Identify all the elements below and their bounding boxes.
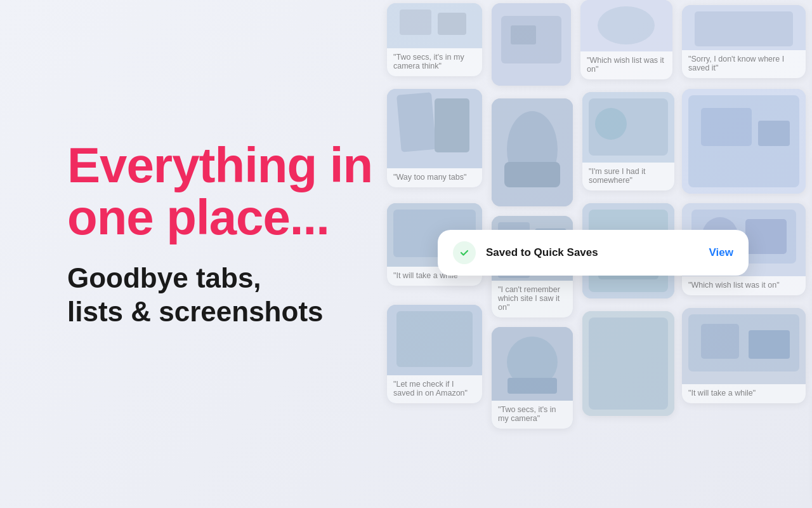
- svg-rect-41: [589, 318, 668, 410]
- svg-rect-21: [701, 108, 752, 146]
- hero-title-line1: Everything in: [67, 137, 372, 193]
- card-4: "Sorry, I don't know where I saved it": [682, 5, 806, 78]
- card-6: [492, 98, 573, 206]
- hero-title-line2: one place...: [67, 189, 329, 245]
- card-5: "Way too many tabs": [387, 89, 482, 187]
- svg-rect-1: [400, 10, 431, 35]
- toast-message: Saved to Quick Saves: [486, 246, 699, 259]
- card-16: "It will take a while": [682, 308, 806, 403]
- toast-notification: Saved to Quick Saves View: [438, 230, 749, 276]
- svg-rect-5: [511, 25, 536, 44]
- toast-view-button[interactable]: View: [709, 246, 733, 259]
- card-16-caption: "It will take a while": [682, 384, 806, 403]
- svg-rect-36: [396, 311, 473, 367]
- card-15: [582, 311, 674, 416]
- card-3: "Which wish list was it on": [580, 0, 672, 79]
- card-7-caption: "I'm sure I had it somewhere": [582, 163, 674, 190]
- card-1: "Two secs, it's in my camera think": [387, 3, 482, 76]
- card-5-caption: "Way too many tabs": [387, 168, 482, 187]
- svg-rect-2: [438, 13, 466, 35]
- check-icon: [458, 246, 471, 259]
- card-8: [682, 89, 806, 194]
- card-10-caption: "I can't remember which site I saw it on…: [492, 281, 573, 318]
- card-14-caption: "Two secs, it's in my camera": [492, 401, 573, 429]
- card-1-caption: "Two secs, it's in my camera think": [387, 48, 482, 76]
- hero-subtitle: Goodbye tabs, lists & screenshots: [67, 262, 372, 329]
- svg-point-7: [598, 6, 655, 44]
- svg-rect-12: [435, 98, 469, 152]
- card-2: [492, 3, 571, 86]
- hero-section: Everything in one place... Goodbye tabs,…: [67, 140, 372, 328]
- svg-rect-44: [701, 324, 739, 359]
- card-13-caption: "Let me check if I saved in on Amazon": [387, 375, 482, 403]
- svg-rect-11: [396, 92, 436, 152]
- svg-rect-22: [758, 121, 790, 146]
- card-7: "I'm sure I had it somewhere": [582, 92, 674, 190]
- card-12-caption: "Which wish list was it on": [682, 276, 806, 295]
- hero-subtitle-line2: lists & screenshots: [67, 296, 324, 327]
- hero-subtitle-line1: Goodbye tabs,: [67, 262, 261, 293]
- svg-rect-15: [504, 162, 560, 187]
- svg-point-18: [595, 108, 627, 140]
- svg-rect-9: [695, 11, 793, 46]
- svg-rect-34: [745, 219, 787, 254]
- card-14: "Two secs, it's in my camera": [492, 327, 573, 429]
- svg-rect-45: [749, 330, 790, 359]
- svg-point-50: [458, 246, 471, 259]
- hero-title: Everything in one place...: [67, 140, 372, 244]
- card-3-caption: "Which wish list was it on": [580, 51, 672, 79]
- svg-rect-39: [508, 378, 557, 394]
- card-13: "Let me check if I saved in on Amazon": [387, 305, 482, 403]
- card-4-caption: "Sorry, I don't know where I saved it": [682, 50, 806, 78]
- toast-check-icon: [453, 241, 476, 264]
